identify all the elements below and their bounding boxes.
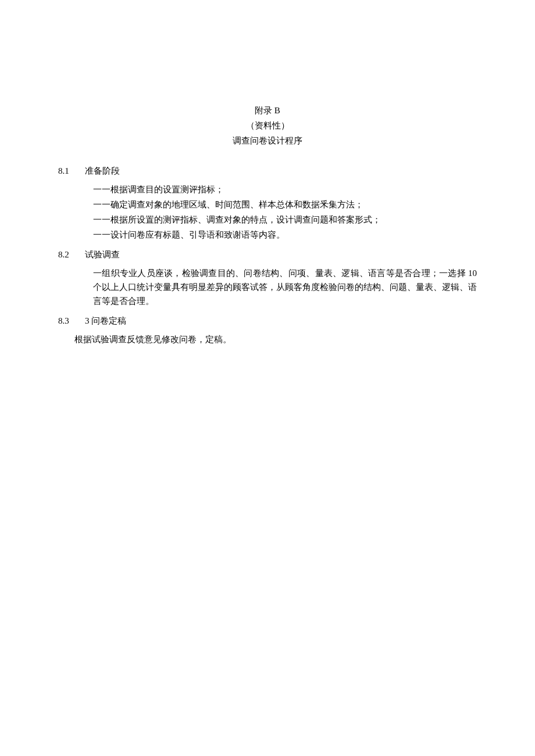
section-body: 一组织专业人员座谈，检验调查目的、问卷结构、问项、量表、逻辑、语言等是否合理；一… [93, 266, 477, 308]
document-page: 附录 B （资料性） 调查问卷设计程序 8.1 准备阶段 一一根据调查目的设置测… [0, 0, 535, 346]
appendix-title: 调查问卷设计程序 [58, 134, 477, 148]
section-head: 8.3 3 问卷定稿 [58, 314, 477, 328]
list-item: 一一根据所设置的测评指标、调查对象的特点，设计调查问题和答案形式； [93, 213, 477, 227]
section-body: 一一根据调查目的设置测评指标； 一一确定调查对象的地理区域、时间范围、样本总体和… [93, 182, 477, 242]
section-8-3: 8.3 3 问卷定稿 根据试验调查反馈意见修改问卷，定稿。 [58, 314, 477, 346]
section-title: 试验调查 [85, 248, 477, 261]
list-item: 一一设计问卷应有标题、引导语和致谢语等内容。 [93, 228, 477, 242]
section-number: 8.1 [58, 164, 85, 178]
appendix-nature: （资料性） [58, 119, 477, 132]
section-body: 根据试验调查反馈意见修改问卷，定稿。 [74, 332, 477, 346]
list-item: 一一确定调查对象的地理区域、时间范围、样本总体和数据釆集方法； [93, 198, 477, 212]
section-number: 8.3 [58, 314, 85, 328]
section-8-1: 8.1 准备阶段 一一根据调查目的设置测评指标； 一一确定调查对象的地理区域、时… [58, 164, 477, 242]
paragraph: 根据试验调查反馈意见修改问卷，定稿。 [74, 332, 477, 346]
section-title: 准备阶段 [85, 164, 477, 178]
section-8-2: 8.2 试验调查 一组织专业人员座谈，检验调查目的、问卷结构、问项、量表、逻辑、… [58, 248, 477, 308]
paragraph: 一组织专业人员座谈，检验调查目的、问卷结构、问项、量表、逻辑、语言等是否合理；一… [93, 266, 477, 308]
section-head: 8.1 准备阶段 [58, 164, 477, 178]
section-head: 8.2 试验调查 [58, 248, 477, 261]
section-number: 8.2 [58, 248, 85, 261]
list-item: 一一根据调查目的设置测评指标； [93, 182, 477, 196]
section-title: 3 问卷定稿 [85, 314, 477, 328]
appendix-header: 附录 B （资料性） 调查问卷设计程序 [58, 103, 477, 148]
appendix-label: 附录 B [58, 103, 477, 117]
